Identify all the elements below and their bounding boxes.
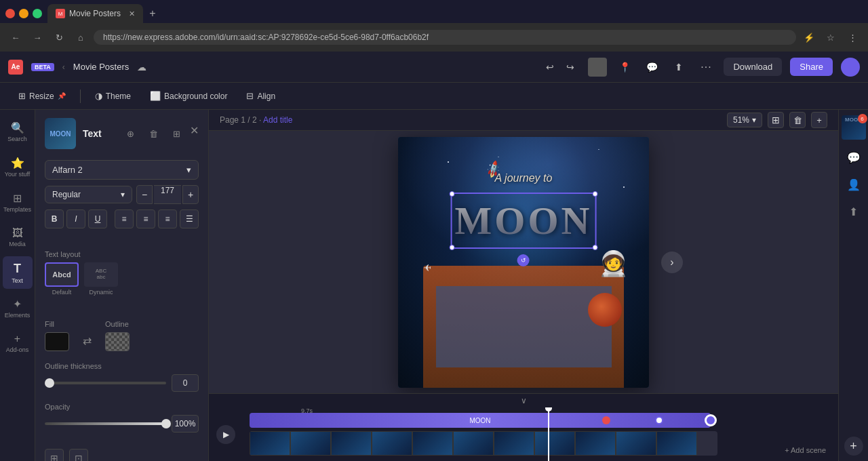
forward-btn[interactable]: → <box>28 28 46 46</box>
location-btn[interactable]: 📍 <box>615 58 634 77</box>
bookmark-btn[interactable]: ☆ <box>822 28 840 46</box>
timeline-collapse-btn[interactable]: ∨ <box>521 396 527 405</box>
resize-tool[interactable]: ⊞ Resize 📌 <box>11 87 73 104</box>
opacity-value[interactable]: 100% <box>172 415 199 433</box>
canvas-nav-next[interactable]: › <box>661 252 683 273</box>
sidebar-item-addons[interactable]: + Add-ons <box>3 327 33 359</box>
panel-add-btn[interactable]: ⊕ <box>121 124 140 143</box>
align-icon: ⊟ <box>246 91 254 101</box>
align-center-btn[interactable]: ≡ <box>136 209 155 228</box>
underline-btn[interactable]: U <box>88 209 107 228</box>
address-bar[interactable]: https://new.express.adobe.com/id/urn:aai… <box>94 30 796 45</box>
sidebar-icons: 🔍 Search ⭐ Your stuff ⊞ Templates 🖼 Medi… <box>0 110 35 461</box>
track-dot-white[interactable] <box>655 416 663 424</box>
italic-btn[interactable]: I <box>66 209 85 228</box>
time-indicator: 9.7s <box>301 407 313 414</box>
font-style-selector[interactable]: Regular ▾ <box>45 186 132 203</box>
sidebar-item-text[interactable]: T Text <box>3 256 33 289</box>
back-btn[interactable]: ← <box>7 28 24 46</box>
add-scene-btn[interactable]: + Add scene <box>779 443 831 457</box>
media-icons-section: ⊞ ⊡ <box>35 438 208 461</box>
layout-dynamic-option[interactable]: ABCabc Dynamic <box>84 262 118 296</box>
tab-favicon: M <box>56 9 65 18</box>
panel-more-btn[interactable]: ⊞ <box>167 124 186 143</box>
more-options-btn[interactable]: ··· <box>696 58 715 77</box>
play-btn[interactable]: ▶ <box>216 425 235 444</box>
main-area: 🔍 Search ⭐ Your stuff ⊞ Templates 🖼 Medi… <box>0 110 868 461</box>
canvas-frame[interactable]: 🧑‍🚀 🚀 ✈ A journey to <box>398 137 649 388</box>
font-selector[interactable]: Alfarn 2 ▾ <box>45 160 199 180</box>
sidebar-item-yourstuff[interactable]: ⭐ Your stuff <box>3 151 33 183</box>
film-track[interactable] <box>250 431 717 456</box>
layout-default-option[interactable]: Abcd Default <box>45 262 79 296</box>
font-size-decrease-btn[interactable]: − <box>136 185 153 204</box>
browser-tab-active[interactable]: M Movie Posters ✕ <box>47 4 143 23</box>
bg-color-tool[interactable]: ⬜ Background color <box>142 87 235 104</box>
align-left-btn[interactable]: ≡ <box>115 209 134 228</box>
right-comments-btn[interactable]: 💬 <box>842 145 866 169</box>
download-btn[interactable]: Download <box>724 58 782 76</box>
window-close-btn[interactable] <box>5 9 15 18</box>
align-tool[interactable]: ⊟ Align <box>239 87 283 104</box>
window-maximize-btn[interactable] <box>33 9 42 18</box>
extensions-btn[interactable]: ⚡ <box>800 28 818 46</box>
sidebar-item-media[interactable]: 🖼 Media <box>3 221 33 254</box>
media-btn-2[interactable]: ⊡ <box>69 449 88 461</box>
outline-color-swatch[interactable] <box>105 332 130 351</box>
theme-tool[interactable]: ◑ Theme <box>87 87 138 104</box>
project-name[interactable]: Movie Posters <box>73 62 129 72</box>
thickness-value[interactable]: 0 <box>172 374 199 392</box>
publish-btn[interactable]: ⬆ <box>669 58 688 77</box>
user-avatar[interactable] <box>841 58 860 77</box>
elements-icon: ✦ <box>13 298 22 310</box>
font-size-increase-btn[interactable]: + <box>182 185 199 204</box>
refresh-btn[interactable]: ↻ <box>50 28 68 46</box>
sidebar-search-label: Search <box>7 136 27 142</box>
right-share-btn[interactable]: 👤 <box>842 172 866 197</box>
zoom-level: 51% <box>733 115 749 125</box>
more-page-btn[interactable]: + <box>811 112 827 128</box>
moon-track-bar[interactable]: MOON <box>250 413 711 428</box>
sidebar-item-elements[interactable]: ✦ Elements <box>3 292 33 324</box>
canvas-title-group[interactable]: ↺ MOON <box>455 198 593 243</box>
right-add-btn[interactable]: + <box>844 437 863 456</box>
comments-btn[interactable]: 💬 <box>642 58 661 77</box>
tab-close-btn[interactable]: ✕ <box>129 9 135 18</box>
sidebar-item-templates[interactable]: ⊞ Templates <box>3 186 33 218</box>
sidebar-text-label: Text <box>12 277 23 284</box>
track-dot-red[interactable] <box>602 416 610 424</box>
swap-icon[interactable]: ⇄ <box>83 334 92 347</box>
track-end-handle[interactable] <box>705 414 717 426</box>
home-btn[interactable]: ⌂ <box>72 28 90 46</box>
sidebar-item-search[interactable]: 🔍 Search <box>3 115 33 148</box>
bold-btn[interactable]: B <box>45 209 64 228</box>
font-name: Alfarn 2 <box>52 165 83 175</box>
media-icons-row: ⊞ ⊡ <box>45 449 199 461</box>
fill-color-swatch[interactable] <box>45 332 69 351</box>
add-title-link[interactable]: Add title <box>263 115 292 125</box>
opacity-slider[interactable] <box>45 422 166 425</box>
font-size-input[interactable]: 177 <box>154 185 181 204</box>
zoom-selector[interactable]: 51% ▾ <box>727 113 762 127</box>
new-tab-btn[interactable]: + <box>143 4 162 23</box>
redo-btn[interactable]: ↪ <box>561 58 580 77</box>
window-minimize-btn[interactable] <box>19 9 28 18</box>
undo-btn[interactable]: ↩ <box>540 58 559 77</box>
color-preview-btn[interactable] <box>588 58 607 77</box>
panel-close-btn[interactable]: ✕ <box>190 124 199 143</box>
thickness-slider[interactable] <box>45 382 166 384</box>
media-btn-1[interactable]: ⊞ <box>45 449 64 461</box>
right-publish-btn[interactable]: ⬆ <box>842 199 866 224</box>
thickness-thumb[interactable] <box>45 378 54 388</box>
delete-page-btn[interactable]: 🗑 <box>789 112 806 128</box>
opacity-thumb[interactable] <box>161 419 171 428</box>
track-film <box>243 433 838 454</box>
share-btn[interactable]: Share <box>790 58 833 76</box>
align-right-btn[interactable]: ≡ <box>158 209 177 228</box>
panel-delete-btn[interactable]: 🗑 <box>144 124 163 143</box>
list-btn[interactable]: ☰ <box>180 209 199 228</box>
bg-color-label: Background color <box>164 92 227 101</box>
cloud-save-icon[interactable]: ☁ <box>137 62 146 73</box>
menu-btn[interactable]: ⋮ <box>844 28 861 46</box>
add-page-btn[interactable]: ⊞ <box>768 112 784 128</box>
